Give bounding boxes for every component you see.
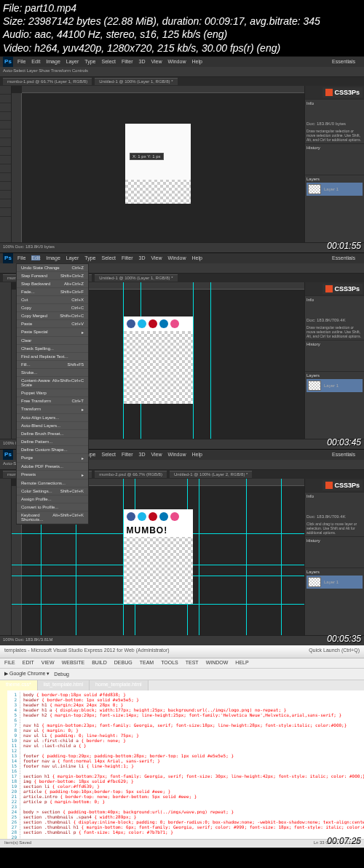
- editor-tab-active[interactable]: theme.css*: [0, 680, 38, 690]
- code-line[interactable]: 9nav ul li { padding: 0; line-height: 75…: [9, 733, 364, 738]
- edit-menu-item[interactable]: Puppet Warp: [17, 389, 88, 397]
- info-panel[interactable]: Info Doc: 183.8K/709.4K Draw rectangular…: [305, 295, 364, 340]
- menu-select[interactable]: Select: [102, 452, 116, 457]
- code-line[interactable]: 2header { border-bottom: 1px solid #e5e5…: [9, 697, 364, 702]
- eraser-tool-icon[interactable]: [0, 156, 11, 164]
- menu-layer[interactable]: Layer: [66, 59, 79, 64]
- code-line[interactable]: 4header h1 a { display:block; width:177p…: [9, 707, 364, 712]
- code-line[interactable]: 25section .thumbnails .span4 { width:289…: [9, 814, 364, 819]
- menu-3d[interactable]: 3D: [139, 452, 146, 457]
- edit-menu-item[interactable]: Keyboard Shortcuts...Alt+Shift+Ctrl+K: [17, 511, 88, 524]
- shape-tool-icon[interactable]: [0, 191, 11, 199]
- vs-menu-debug[interactable]: DEBUG: [114, 660, 132, 666]
- menu-window[interactable]: Window: [168, 59, 186, 64]
- menu-layer[interactable]: Layer: [66, 255, 79, 260]
- history-panel[interactable]: History: [305, 143, 364, 175]
- code-line[interactable]: 18img { border-bottom: 18px solid #fbc62…: [9, 779, 364, 784]
- edit-menu-item[interactable]: Presets▸: [17, 471, 88, 479]
- menu-edit[interactable]: Edit: [31, 255, 40, 260]
- edit-menu-item[interactable]: Step ForwardShift+Ctrl+Z: [17, 272, 88, 280]
- zoom-tool-icon[interactable]: [0, 208, 11, 217]
- edit-menu-item[interactable]: Copy MergedShift+Ctrl+C: [17, 312, 88, 320]
- code-line[interactable]: 1body { border-top:18px solid #fdd838; }: [9, 692, 364, 697]
- edit-menu-item[interactable]: Define Brush Preset...: [17, 430, 88, 438]
- edit-menu-item[interactable]: CutCtrl+X: [17, 296, 88, 304]
- pen-tool-icon[interactable]: [0, 173, 11, 182]
- edit-menu-item[interactable]: Auto-Blend Layers...: [17, 422, 88, 430]
- ps-doc-tab[interactable]: Untitled-1 @ 100% (Layer 1, RGB/8) *: [95, 78, 177, 85]
- vs-menu-website[interactable]: WEBSITE: [62, 660, 85, 666]
- code-line[interactable]: 27section .thumbnail h1 { margin-bottom:…: [9, 824, 364, 829]
- edit-menu-item[interactable]: Auto-Align Layers...: [17, 414, 88, 422]
- edit-menu-item[interactable]: Fade...Shift+Ctrl+F: [17, 288, 88, 296]
- menu-3d[interactable]: 3D: [139, 59, 146, 64]
- info-panel[interactable]: Info Doc: 183.8K/0 bytes Draw rectangula…: [305, 99, 364, 143]
- code-line[interactable]: 22article p { margin-bottom: 0; }: [9, 799, 364, 804]
- code-line[interactable]: 16: [9, 768, 364, 773]
- code-line[interactable]: 20article { padding-top:10px;border-top:…: [9, 789, 364, 794]
- quick-launch[interactable]: Quick Launch (Ctrl+Q): [309, 648, 360, 656]
- edit-menu-item[interactable]: Purge▸: [17, 454, 88, 463]
- edit-menu-item[interactable]: Free TransformCtrl+T: [17, 397, 88, 405]
- gradient-tool-icon[interactable]: [0, 164, 11, 173]
- code-line[interactable]: 8nav ul { margin: 0; }: [9, 728, 364, 733]
- info-panel[interactable]: Info Doc: 183.8K/709.4K Click and drag t…: [305, 492, 364, 536]
- layers-panel[interactable]: Layers Layer 1: [305, 175, 364, 197]
- crop-tool-icon[interactable]: [0, 121, 11, 130]
- code-line[interactable]: 12: [9, 748, 364, 753]
- menu-image[interactable]: Image: [46, 255, 60, 260]
- ps-doc-tab[interactable]: Untitled-1 @ 100% (Layer 1, RGB/8) *: [95, 274, 177, 282]
- menu-filter[interactable]: Filter: [122, 59, 133, 64]
- edit-menu-item[interactable]: Adobe PDF Presets...: [17, 463, 88, 471]
- code-line[interactable]: 13footer { padding-top:29px; padding-bot…: [9, 753, 364, 758]
- code-editor[interactable]: 1body { border-top:18px solid #fdd838; }…: [0, 690, 364, 839]
- config-dropdown[interactable]: Debug: [54, 672, 69, 677]
- code-line[interactable]: 29: [9, 835, 364, 839]
- vs-menu-window[interactable]: WINDOW: [206, 660, 229, 666]
- ps-doc-tab[interactable]: mumbo-2.psd @ 66.7% (RGB/8): [95, 471, 167, 478]
- vs-menu-file[interactable]: FILE: [4, 660, 15, 666]
- css3ps-panel[interactable]: CSS3Ps: [305, 479, 364, 492]
- ruler-vertical[interactable]: [12, 93, 22, 242]
- vs-menu-build[interactable]: BUILD: [92, 660, 107, 666]
- menu-select[interactable]: Select: [102, 255, 116, 260]
- code-line[interactable]: 24body > section { padding-bottom:40px; …: [9, 809, 364, 814]
- workspace-essentials[interactable]: Essentials: [332, 452, 355, 457]
- edit-menu-item[interactable]: Step BackwardAlt+Ctrl+Z: [17, 280, 88, 288]
- ps-canvas[interactable]: [124, 316, 193, 404]
- workspace-essentials[interactable]: Essentials: [332, 255, 355, 260]
- editor-tab[interactable]: list_template.html: [38, 680, 90, 690]
- marquee-tool-icon[interactable]: [0, 95, 11, 103]
- layers-panel[interactable]: Layers Layer 1: [305, 371, 364, 394]
- code-line[interactable]: 17section h1 { margin-bottom:27px; font-…: [9, 773, 364, 779]
- wand-tool-icon[interactable]: [0, 112, 11, 121]
- menu-3d[interactable]: 3D: [139, 255, 146, 260]
- vs-menu-test[interactable]: TEST: [186, 660, 199, 666]
- css3ps-panel[interactable]: CSS3Ps: [305, 282, 364, 295]
- menu-help[interactable]: Help: [191, 452, 202, 457]
- edit-menu-item[interactable]: Color Settings...Shift+Ctrl+K: [17, 487, 88, 495]
- run-browser-dropdown[interactable]: ▶ Google Chrome ▾: [4, 671, 50, 677]
- menu-file[interactable]: File: [17, 255, 25, 260]
- lasso-tool-icon[interactable]: [0, 103, 11, 112]
- edit-menu-item[interactable]: Content-Aware ScaleAlt+Shift+Ctrl+C: [17, 377, 88, 389]
- menu-filter[interactable]: Filter: [122, 255, 133, 260]
- code-line[interactable]: 5header h2 { margin-top:29px; font-size:…: [9, 712, 364, 717]
- vs-menu-team[interactable]: TEAM: [140, 660, 154, 666]
- ps-canvas[interactable]: X: 1 px Y: 1 px: [125, 124, 191, 204]
- edit-menu-item[interactable]: Stroke...: [17, 369, 88, 377]
- layer-name[interactable]: Layer 1: [324, 187, 339, 191]
- menu-image[interactable]: Image: [46, 59, 60, 64]
- menu-window[interactable]: Window: [168, 452, 186, 457]
- edit-menu-item[interactable]: Convert to Profile...: [17, 503, 88, 511]
- edit-menu-item[interactable]: Assign Profile...: [17, 495, 88, 503]
- menu-view[interactable]: View: [151, 59, 162, 64]
- layer-name[interactable]: Layer 1: [324, 383, 339, 388]
- history-panel[interactable]: History: [305, 340, 364, 371]
- code-line[interactable]: 19section li { color:#ffd639; }: [9, 784, 364, 789]
- hand-tool-icon[interactable]: [0, 199, 11, 208]
- css3ps-panel[interactable]: CSS3Ps: [305, 86, 364, 99]
- code-line[interactable]: 10nav ul :first-child a { border: none; …: [9, 738, 364, 743]
- edit-menu-item[interactable]: Transform▸: [17, 405, 88, 414]
- menu-type[interactable]: Type: [84, 255, 95, 260]
